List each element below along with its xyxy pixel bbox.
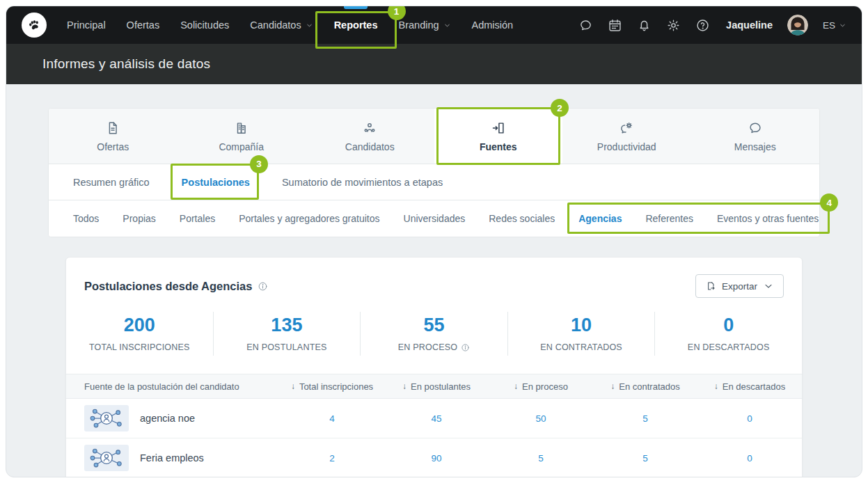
cell-total-inscripciones[interactable]: 4 xyxy=(280,413,384,424)
column-header-total-inscripciones[interactable]: ↓Total inscripciones xyxy=(280,381,384,392)
sort-desc-icon: ↓ xyxy=(514,381,518,391)
main-nav: Principal Ofertas Solicitudes Candidatos… xyxy=(56,6,523,44)
document-icon xyxy=(105,120,120,136)
user-name[interactable]: Jaqueline xyxy=(726,19,773,31)
column-header-fuente: Fuente de la postulación del candidato xyxy=(66,381,280,392)
avatar[interactable] xyxy=(787,15,808,35)
source-name: agencia noe xyxy=(140,413,195,424)
stat-label: EN POSTULANTES xyxy=(246,342,326,352)
filter-portales[interactable]: Portales xyxy=(180,213,215,224)
cell-en-contratados[interactable]: 5 xyxy=(593,413,697,424)
subtab-postulaciones[interactable]: Postulaciones 3 xyxy=(182,177,250,188)
gear-chat-icon xyxy=(619,120,634,136)
stat-en-postulantes: 135 EN POSTULANTES xyxy=(214,312,361,356)
annotation-box-2 xyxy=(436,107,561,165)
stat-label: TOTAL INSCRIPCIONES xyxy=(89,342,190,352)
cell-en-descartados[interactable]: 0 xyxy=(697,453,802,464)
export-button[interactable]: Exportar xyxy=(695,274,784,298)
nav-item-candidatos[interactable]: Candidatos xyxy=(239,6,323,44)
tab-productividad[interactable]: Productividad xyxy=(562,109,691,164)
tab-fuentes[interactable]: Fuentes 2 xyxy=(434,109,563,164)
filter-propias[interactable]: Propias xyxy=(123,213,155,224)
agency-network-icon xyxy=(84,405,129,431)
building-icon xyxy=(234,120,249,136)
paw-icon xyxy=(26,17,42,33)
nav-item-solicitudes[interactable]: Solicitudes xyxy=(170,6,239,44)
cell-en-postulantes[interactable]: 90 xyxy=(384,453,489,464)
avatar-image xyxy=(787,15,808,35)
cell-total-inscripciones[interactable]: 2 xyxy=(280,453,384,464)
source-name-cell: Feria empleos xyxy=(66,445,280,471)
bell-icon[interactable] xyxy=(637,18,652,33)
filter-eventos[interactable]: Eventos y otras fuentes xyxy=(717,213,819,224)
stat-label: EN DESCARTADOS xyxy=(688,342,770,352)
table-header: Fuente de la postulación del candidato ↓… xyxy=(66,374,802,399)
filter-universidades[interactable]: Universidades xyxy=(404,213,466,224)
nav-item-reportes[interactable]: Reportes 1 xyxy=(324,6,388,44)
filter-group-highlighted: Agencias Referentes Eventos y otras fuen… xyxy=(578,213,819,224)
brand-logo[interactable] xyxy=(22,13,47,38)
filter-agencias[interactable]: Agencias xyxy=(578,213,622,224)
annotation-badge-4: 4 xyxy=(820,193,838,212)
info-icon[interactable] xyxy=(461,343,470,352)
column-header-en-contratados[interactable]: ↓En contratados xyxy=(593,381,697,392)
chat-bubble-icon xyxy=(748,120,763,136)
column-header-en-proceso[interactable]: ↓En proceso xyxy=(489,381,593,392)
card-title: Postulaciones desde Agencias xyxy=(84,280,268,293)
gear-icon[interactable] xyxy=(666,18,681,33)
nav-item-admision[interactable]: Admisión xyxy=(461,6,524,44)
stat-total-inscripciones: 200 TOTAL INSCRIPCIONES xyxy=(66,312,214,356)
chevron-down-icon xyxy=(443,22,451,29)
navbar-actions: Jaqueline ES xyxy=(578,15,846,35)
filter-portales-agregadores[interactable]: Portales y agregadores gratuitos xyxy=(239,213,379,224)
chat-icon[interactable] xyxy=(578,18,593,33)
sort-desc-icon: ↓ xyxy=(714,381,718,391)
app-window: Principal Ofertas Solicitudes Candidatos… xyxy=(6,6,862,477)
calendar-icon[interactable] xyxy=(608,18,622,33)
help-icon[interactable] xyxy=(695,18,710,33)
cell-en-proceso[interactable]: 50 xyxy=(489,413,593,424)
page-title: Informes y análisis de datos xyxy=(42,56,210,72)
column-header-en-postulantes[interactable]: ↓En postulantes xyxy=(384,381,489,392)
export-icon xyxy=(705,280,716,292)
people-icon xyxy=(362,120,377,136)
filter-referentes[interactable]: Referentes xyxy=(645,213,693,224)
tab-ofertas[interactable]: Ofertas xyxy=(49,109,177,164)
door-arrow-icon xyxy=(491,120,506,136)
info-icon[interactable] xyxy=(258,281,268,292)
stat-value: 55 xyxy=(366,315,502,336)
column-header-en-descartados[interactable]: ↓En descartados xyxy=(697,381,802,392)
filter-redes-sociales[interactable]: Redes sociales xyxy=(489,213,555,224)
cell-en-descartados[interactable]: 0 xyxy=(697,413,802,424)
stat-value: 135 xyxy=(219,315,355,336)
nav-item-branding[interactable]: Branding xyxy=(388,6,461,44)
nav-item-principal[interactable]: Principal xyxy=(56,6,116,44)
agency-network-icon xyxy=(84,445,129,471)
report-tabs: Ofertas Compañía Candidatos Fuentes 2 xyxy=(49,109,819,164)
tab-compania[interactable]: Compañía xyxy=(177,109,306,164)
table-row: Feria empleos 2 90 5 5 0 xyxy=(66,438,802,477)
top-navbar: Principal Ofertas Solicitudes Candidatos… xyxy=(6,6,862,44)
stat-label: EN CONTRATADOS xyxy=(540,342,622,352)
stat-en-proceso: 55 EN PROCESO xyxy=(361,312,508,356)
cell-en-contratados[interactable]: 5 xyxy=(593,453,697,464)
source-name-cell: agencia noe xyxy=(66,405,280,431)
cell-en-proceso[interactable]: 5 xyxy=(489,453,593,464)
source-filters: Todos Propias Portales Portales y agrega… xyxy=(49,200,819,237)
chevron-down-icon xyxy=(306,22,313,29)
source-name: Feria empleos xyxy=(140,452,204,464)
cell-en-postulantes[interactable]: 45 xyxy=(384,413,489,424)
sub-tabs: Resumen gráfico Postulaciones 3 Sumatori… xyxy=(49,164,819,200)
agencias-report-card: Postulaciones desde Agencias Exportar 20… xyxy=(65,257,803,477)
nav-item-ofertas[interactable]: Ofertas xyxy=(116,6,171,44)
tab-mensajes[interactable]: Mensajes xyxy=(691,109,820,164)
language-selector[interactable]: ES xyxy=(823,20,846,31)
subtab-sumatorio[interactable]: Sumatorio de movimientos a etapas xyxy=(282,177,443,188)
tab-candidatos[interactable]: Candidatos xyxy=(306,109,434,164)
filter-todos[interactable]: Todos xyxy=(73,213,99,224)
sort-desc-icon: ↓ xyxy=(291,381,295,391)
table-row: agencia noe 4 45 50 5 0 xyxy=(66,399,802,438)
subtab-resumen-grafico[interactable]: Resumen gráfico xyxy=(73,177,150,188)
stat-label: EN PROCESO xyxy=(398,342,470,352)
sort-desc-icon: ↓ xyxy=(610,381,615,391)
